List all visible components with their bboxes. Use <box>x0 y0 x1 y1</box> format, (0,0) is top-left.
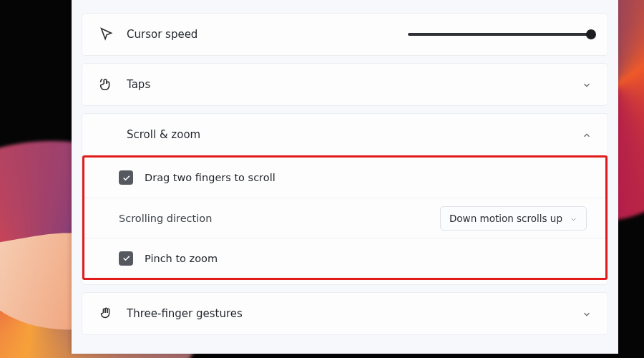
scrolling-direction-dropdown[interactable]: Down motion scrolls up <box>440 206 587 231</box>
cursor-speed-slider[interactable] <box>408 33 592 36</box>
taps-label: Taps <box>127 78 150 91</box>
annotation-highlight: Drag two fingers to scroll Scrolling dir… <box>82 155 608 280</box>
setting-three-finger-gestures[interactable]: Three-finger gestures <box>82 292 608 335</box>
blank-icon <box>98 127 114 142</box>
chevron-down-icon <box>582 309 592 319</box>
scroll-zoom-label: Scroll & zoom <box>127 128 200 141</box>
setting-scroll-zoom: Scroll & zoom Drag two fingers to scroll… <box>82 113 608 285</box>
tap-icon <box>98 77 114 92</box>
scroll-zoom-options: Drag two fingers to scroll Scrolling dir… <box>82 155 608 284</box>
cursor-speed-label: Cursor speed <box>127 28 197 41</box>
scroll-zoom-header[interactable]: Scroll & zoom <box>82 114 608 155</box>
scrolling-direction-label: Scrolling direction <box>119 213 212 224</box>
three-finger-label: Three-finger gestures <box>127 307 243 320</box>
cursor-speed-slider-thumb[interactable] <box>586 29 596 39</box>
option-pinch-to-zoom[interactable]: Pinch to zoom <box>84 238 605 278</box>
chevron-down-icon <box>582 79 592 90</box>
drag-two-fingers-checkbox[interactable] <box>119 170 133 185</box>
setting-taps[interactable]: Taps <box>82 63 608 106</box>
scrolling-direction-selected: Down motion scrolls up <box>449 213 562 224</box>
setting-cursor-speed: Cursor speed <box>82 13 608 56</box>
cursor-icon <box>98 26 114 42</box>
drag-two-fingers-label: Drag two fingers to scroll <box>145 172 275 183</box>
touchpad-settings-panel: Cursor speed Taps <box>72 0 618 354</box>
three-finger-icon <box>98 306 114 321</box>
chevron-down-icon <box>570 214 577 222</box>
option-scrolling-direction: Scrolling direction Down motion scrolls … <box>84 198 605 238</box>
chevron-up-icon <box>582 130 592 140</box>
option-drag-two-fingers[interactable]: Drag two fingers to scroll <box>84 158 605 198</box>
pinch-to-zoom-checkbox[interactable] <box>119 251 133 266</box>
pinch-to-zoom-label: Pinch to zoom <box>145 253 218 264</box>
